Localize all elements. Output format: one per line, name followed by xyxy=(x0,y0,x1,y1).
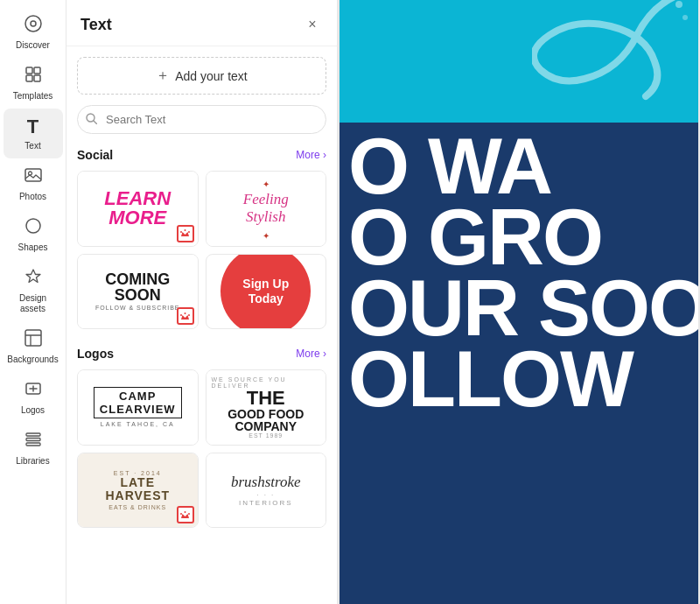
good-food-est: EST 1989 xyxy=(248,432,283,439)
coming-soon-text: COMINGSOON xyxy=(105,271,170,303)
social-item-feeling-stylish[interactable]: ✦ FeelingStylish ✦ xyxy=(206,171,327,247)
logos-more-link[interactable]: More › xyxy=(296,348,326,360)
premium-badge xyxy=(177,225,194,242)
canvas-text-line-3: OUR SOO xyxy=(340,273,698,344)
sidebar-item-libraries[interactable]: Libraries xyxy=(4,423,63,474)
svg-point-1 xyxy=(31,21,36,26)
search-icon xyxy=(86,113,97,127)
plus-icon: ＋ xyxy=(156,67,170,85)
svg-point-0 xyxy=(25,16,41,32)
canvas-area: O WA O GRO OUR SOO OLLOW xyxy=(338,0,700,604)
svg-point-18 xyxy=(188,231,190,233)
camp-clearview-card: CAMPCLEARVIEW LAKE TAHOE, CA xyxy=(78,370,198,445)
svg-point-8 xyxy=(26,219,40,233)
brushstroke-dot: · · · xyxy=(256,491,275,499)
svg-point-7 xyxy=(28,172,32,175)
svg-rect-11 xyxy=(26,433,40,436)
canvas-text-area: O WA O GRO OUR SOO OLLOW xyxy=(340,123,698,604)
sidebar-item-templates[interactable]: Templates xyxy=(4,58,63,109)
close-button[interactable]: × xyxy=(302,14,323,35)
premium-badge-3 xyxy=(177,506,194,523)
sidebar-item-text[interactable]: T Text xyxy=(4,109,63,158)
premium-badge-2 xyxy=(177,307,194,325)
learn-more-text: LEARNMORE xyxy=(101,186,174,231)
panel-header: Text × xyxy=(66,0,337,46)
social-section-header: Social More › xyxy=(77,148,326,162)
svg-rect-6 xyxy=(25,169,41,181)
social-item-coming-soon[interactable]: COMINGSOON FOLLOW & SUBSCRIBE xyxy=(77,254,199,330)
photos-label: Photos xyxy=(19,192,46,202)
libraries-label: Libraries xyxy=(16,456,49,467)
good-food-card: WE SOURCE YOU DELIVER THE GOOD FOOD COMP… xyxy=(206,370,326,445)
svg-point-19 xyxy=(180,314,182,316)
svg-rect-3 xyxy=(34,67,40,74)
good-food-name2: COMPANY xyxy=(234,420,297,432)
sidebar-item-design-assets[interactable]: Design assets xyxy=(4,260,63,321)
social-section-title: Social xyxy=(77,148,113,162)
good-food-name1: GOOD FOOD xyxy=(228,408,304,420)
shapes-icon xyxy=(24,216,43,240)
sidebar: Discover Templates T Text Photos Shapes … xyxy=(0,0,66,604)
sidebar-item-discover[interactable]: Discover xyxy=(4,7,63,58)
coming-soon-sub: FOLLOW & SUBSCRIBE xyxy=(95,305,180,311)
design-assets-icon xyxy=(24,267,43,291)
svg-point-26 xyxy=(682,15,688,20)
sidebar-item-shapes[interactable]: Shapes xyxy=(4,209,63,260)
logos-icon xyxy=(24,379,43,403)
svg-point-23 xyxy=(185,511,186,513)
svg-rect-13 xyxy=(26,443,40,446)
sidebar-item-backgrounds[interactable]: Backgrounds xyxy=(4,321,63,372)
signup-circle: Sign upToday xyxy=(220,254,311,330)
panel-title: Text xyxy=(80,16,112,34)
svg-point-20 xyxy=(185,313,186,314)
social-item-learn-more[interactable]: LEARNMORE xyxy=(77,171,199,247)
templates-label: Templates xyxy=(13,91,53,102)
social-item-signup[interactable]: Sign upToday xyxy=(206,254,327,330)
search-input[interactable] xyxy=(77,105,326,134)
text-panel: Text × ＋ Add your text Social More › xyxy=(66,0,338,604)
add-text-button[interactable]: ＋ Add your text xyxy=(77,57,326,95)
logo-item-good-food[interactable]: WE SOURCE YOU DELIVER THE GOOD FOOD COMP… xyxy=(206,369,327,446)
svg-rect-5 xyxy=(34,75,40,81)
text-icon: T xyxy=(27,116,38,138)
brushstroke-card: brushstroke · · · INTERIORS xyxy=(206,453,326,528)
canvas-text-line-2: O GRO xyxy=(340,202,602,273)
shapes-label: Shapes xyxy=(18,242,48,253)
svg-point-24 xyxy=(188,513,190,515)
late-harvest-sub: EATS & DRINKS xyxy=(108,504,166,510)
canvas-text-line-1: O WA xyxy=(340,131,551,202)
canvas-text-line-4: OLLOW xyxy=(340,344,633,415)
svg-rect-4 xyxy=(26,75,32,81)
photos-icon xyxy=(24,165,43,189)
design-assets-label: Design assets xyxy=(7,293,60,314)
logos-section-title: Logos xyxy=(77,347,114,361)
sidebar-item-photos[interactable]: Photos xyxy=(4,158,63,209)
signup-text: Sign upToday xyxy=(242,277,289,306)
logo-item-camp-clearview[interactable]: CAMPCLEARVIEW LAKE TAHOE, CA xyxy=(77,369,199,446)
good-food-the: THE xyxy=(247,389,285,408)
canvas-top-section xyxy=(340,0,698,123)
logo-item-late-harvest[interactable]: EST · 2014 LATEHARVEST EATS & DRINKS xyxy=(77,453,199,529)
logo-item-brushstroke[interactable]: brushstroke · · · INTERIORS xyxy=(206,453,327,529)
svg-line-15 xyxy=(94,121,97,124)
social-section: Social More › LEARNMORE ✦ xyxy=(77,148,326,329)
svg-rect-9 xyxy=(25,330,41,346)
logos-items-grid: CAMPCLEARVIEW LAKE TAHOE, CA WE SOURCE Y… xyxy=(77,369,326,528)
late-harvest-main: LATEHARVEST xyxy=(105,476,170,503)
panel-content: ＋ Add your text Social More › LEARNMORE xyxy=(66,46,337,604)
svg-rect-2 xyxy=(26,67,32,74)
social-items-grid: LEARNMORE ✦ FeelingStylish ✦ xyxy=(77,171,326,329)
backgrounds-label: Backgrounds xyxy=(7,355,58,365)
sidebar-item-logos[interactable]: Logos xyxy=(4,372,63,423)
search-container xyxy=(77,105,326,134)
libraries-icon xyxy=(24,430,43,453)
svg-point-22 xyxy=(180,513,182,515)
camp-location: LAKE TAHOE, CA xyxy=(101,421,175,427)
swirl-decoration xyxy=(532,0,698,105)
svg-point-25 xyxy=(676,1,682,8)
svg-point-17 xyxy=(185,229,186,231)
add-text-label: Add your text xyxy=(175,69,248,83)
social-more-link[interactable]: More › xyxy=(296,149,326,161)
feeling-stylish-card: ✦ FeelingStylish ✦ xyxy=(206,172,326,246)
camp-name: CAMPCLEARVIEW xyxy=(94,387,182,418)
